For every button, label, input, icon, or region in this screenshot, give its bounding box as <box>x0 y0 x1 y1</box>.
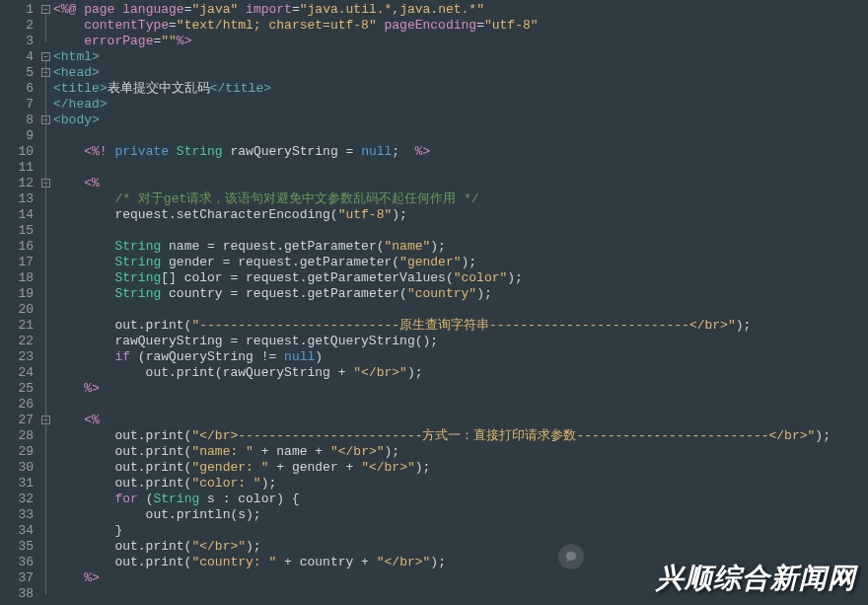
code-line[interactable] <box>53 160 868 176</box>
code-area[interactable]: <%@ page language="java" import="java.ut… <box>53 0 868 605</box>
line-number[interactable]: 19 <box>0 286 34 302</box>
code-line[interactable] <box>53 302 868 318</box>
line-number[interactable]: 35 <box>0 539 34 555</box>
code-line[interactable]: <% <box>53 413 868 428</box>
line-number[interactable]: 29 <box>0 444 34 460</box>
line-number[interactable]: 6 <box>0 81 34 97</box>
line-number[interactable]: 34 <box>0 523 34 539</box>
line-number[interactable]: 37 <box>0 570 34 586</box>
line-number[interactable]: 27 <box>0 413 34 428</box>
line-number[interactable]: 3 <box>0 34 34 49</box>
code-line[interactable]: <head> <box>53 65 868 81</box>
code-line[interactable]: String country = request.getParameter("c… <box>53 286 868 302</box>
line-number[interactable]: 13 <box>0 191 34 207</box>
code-line[interactable]: for (String s : color) { <box>53 492 868 507</box>
line-number[interactable]: 15 <box>0 223 34 239</box>
line-number[interactable]: 24 <box>0 365 34 381</box>
fold-toggle-icon[interactable]: − <box>41 52 50 61</box>
code-line[interactable]: contentType="text/html; charset=utf-8" p… <box>53 18 868 34</box>
code-line[interactable]: String gender = request.getParameter("ge… <box>53 255 868 270</box>
code-line[interactable]: <html> <box>53 49 868 65</box>
fold-guide-line <box>45 424 46 578</box>
code-line[interactable]: <% <box>53 176 868 191</box>
line-number[interactable]: 17 <box>0 255 34 270</box>
code-line[interactable]: if (rawQueryString != null) <box>53 349 868 365</box>
code-line[interactable] <box>53 223 868 239</box>
line-number[interactable]: 9 <box>0 128 34 144</box>
code-line[interactable]: rawQueryString = request.getQueryString(… <box>53 334 868 349</box>
code-line[interactable]: out.print("--------------------------原生查… <box>53 318 868 334</box>
line-number[interactable]: 20 <box>0 302 34 318</box>
fold-guide-line <box>45 77 46 105</box>
code-line[interactable]: <%! private String rawQueryString = null… <box>53 144 868 160</box>
code-line[interactable]: out.println(s); <box>53 507 868 523</box>
fold-guide-line <box>45 14 46 41</box>
code-line[interactable]: request.setCharacterEncoding("utf-8"); <box>53 207 868 223</box>
line-number[interactable]: 10 <box>0 144 34 160</box>
line-number[interactable]: 5 <box>0 65 34 81</box>
code-line[interactable]: out.print("name: " + name + "</br>"); <box>53 444 868 460</box>
line-number[interactable]: 26 <box>0 397 34 413</box>
code-line[interactable]: out.print("color: "); <box>53 476 868 492</box>
line-number[interactable]: 33 <box>0 507 34 523</box>
line-number[interactable]: 2 <box>0 18 34 34</box>
code-line[interactable] <box>53 397 868 413</box>
code-line[interactable]: errorPage=""%> <box>53 34 868 49</box>
watermark-text: 兴顺综合新闻网 <box>656 560 856 597</box>
code-line[interactable]: out.print("</br>------------------------… <box>53 428 868 444</box>
line-number[interactable]: 25 <box>0 381 34 397</box>
code-line[interactable]: <body> <box>53 113 868 128</box>
line-number[interactable]: 4 <box>0 49 34 65</box>
line-number[interactable]: 12 <box>0 176 34 191</box>
line-number[interactable]: 1 <box>0 2 34 18</box>
code-line[interactable]: } <box>53 523 868 539</box>
line-number[interactable]: 22 <box>0 334 34 349</box>
code-line[interactable]: String name = request.getParameter("name… <box>53 239 868 255</box>
line-number[interactable]: 28 <box>0 428 34 444</box>
line-number[interactable]: 16 <box>0 239 34 255</box>
code-line[interactable] <box>53 128 868 144</box>
line-number[interactable]: 7 <box>0 97 34 113</box>
line-number[interactable]: 36 <box>0 555 34 570</box>
line-number[interactable]: 32 <box>0 492 34 507</box>
code-line[interactable]: <%@ page language="java" import="java.ut… <box>53 2 868 18</box>
code-line[interactable]: <title>表单提交中文乱码</title> <box>53 81 868 97</box>
code-line[interactable]: out.print("</br>"); <box>53 539 868 555</box>
line-number[interactable]: 11 <box>0 160 34 176</box>
line-number[interactable]: 31 <box>0 476 34 492</box>
line-number[interactable]: 8 <box>0 113 34 128</box>
line-number[interactable]: 21 <box>0 318 34 334</box>
code-line[interactable]: %> <box>53 381 868 397</box>
line-number[interactable]: 38 <box>0 586 34 602</box>
code-line[interactable]: out.print(rawQueryString + "</br>"); <box>53 365 868 381</box>
line-number[interactable]: 23 <box>0 349 34 365</box>
line-number[interactable]: 18 <box>0 270 34 286</box>
fold-guide-line <box>45 188 46 389</box>
code-line[interactable]: </head> <box>53 97 868 113</box>
code-editor[interactable]: 1234567891011121314151617181920212223242… <box>0 0 868 605</box>
fold-toggle-icon[interactable]: − <box>41 5 50 14</box>
line-number[interactable]: 14 <box>0 207 34 223</box>
fold-column[interactable]: −−−−−− <box>39 0 53 605</box>
line-number-gutter[interactable]: 1234567891011121314151617181920212223242… <box>0 0 39 605</box>
chat-bubble-icon <box>558 544 584 569</box>
code-line[interactable]: /* 对于get请求，该语句对避免中文参数乱码不起任何作用 */ <box>53 191 868 207</box>
code-line[interactable]: String[] color = request.getParameterVal… <box>53 270 868 286</box>
line-number[interactable]: 30 <box>0 460 34 476</box>
code-line[interactable]: out.print("gender: " + gender + "</br>")… <box>53 460 868 476</box>
